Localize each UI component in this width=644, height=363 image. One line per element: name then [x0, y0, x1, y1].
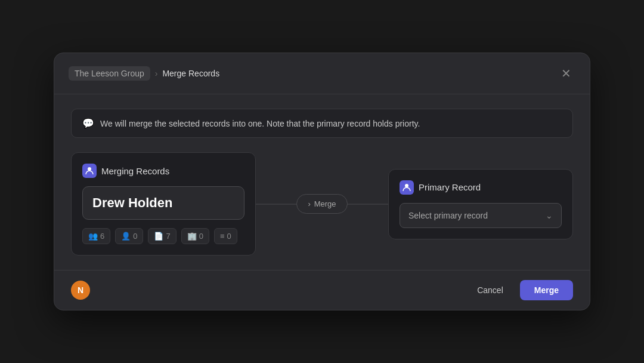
merge-connector: › Merge [256, 194, 388, 214]
primary-panel-title: Primary Record [419, 182, 481, 192]
primary-panel-icon [400, 180, 414, 195]
contacts-icon: 👤 [121, 232, 131, 241]
stat-notes: ≡ 0 [214, 228, 237, 244]
chevron-down-icon: ⌄ [546, 211, 553, 220]
avatar: N [71, 281, 90, 300]
record-name: Drew Holden [92, 195, 234, 211]
merge-chevron-icon: › [308, 199, 310, 208]
merging-panel-header: Merging Records [82, 164, 244, 178]
info-banner-text: We will merge the selected records into … [100, 119, 420, 128]
merge-center-label: Merge [314, 199, 336, 208]
modal-header: The Leeson Group › Merge Records ✕ [54, 53, 590, 94]
info-banner: 💬 We will merge the selected records int… [71, 109, 573, 138]
svg-point-0 [88, 167, 91, 171]
breadcrumb-parent[interactable]: The Leeson Group [69, 66, 150, 81]
stat-contacts: 👤 0 [115, 228, 143, 244]
breadcrumb: The Leeson Group › Merge Records [69, 66, 219, 81]
svg-point-1 [405, 184, 408, 187]
footer-actions: Cancel Merge [466, 280, 573, 300]
record-name-box: Drew Holden [82, 186, 244, 220]
stat-buildings: 🏢 0 [181, 228, 209, 244]
breadcrumb-separator: › [155, 69, 158, 78]
files-icon: 📄 [154, 232, 163, 241]
merge-records-modal: The Leeson Group › Merge Records ✕ 💬 We … [54, 53, 590, 310]
primary-panel-header: Primary Record [400, 180, 562, 195]
cancel-button[interactable]: Cancel [466, 280, 514, 300]
stat-contacts-value: 0 [133, 232, 137, 241]
merging-panel-title: Merging Records [101, 166, 169, 176]
info-icon: 💬 [82, 118, 94, 129]
close-button[interactable]: ✕ [556, 64, 575, 83]
modal-footer: N Cancel Merge [54, 270, 590, 310]
merge-center-button[interactable]: › Merge [296, 194, 347, 214]
primary-record-panel: Primary Record Select primary record ⌄ [388, 169, 573, 239]
stat-buildings-value: 0 [199, 232, 203, 241]
breadcrumb-current: Merge Records [162, 69, 219, 78]
stat-notes-value: 0 [227, 232, 231, 241]
members-icon: 👥 [88, 232, 98, 241]
merging-panel-icon [82, 164, 97, 178]
stat-files: 📄 7 [148, 228, 176, 244]
stat-files-value: 7 [166, 232, 170, 241]
record-stats: 👥 6 👤 0 📄 7 🏢 0 [82, 228, 244, 244]
buildings-icon: 🏢 [187, 232, 197, 241]
merge-button[interactable]: Merge [520, 280, 573, 300]
stat-members: 👥 6 [82, 228, 110, 244]
merge-area: Merging Records Drew Holden 👥 6 👤 0 [71, 152, 573, 256]
primary-record-select[interactable]: Select primary record ⌄ [400, 203, 562, 228]
select-placeholder: Select primary record [408, 211, 488, 220]
stat-members-value: 6 [100, 232, 104, 241]
modal-body: 💬 We will merge the selected records int… [54, 94, 590, 270]
notes-icon: ≡ [220, 232, 225, 241]
merging-records-panel: Merging Records Drew Holden 👥 6 👤 0 [71, 152, 256, 256]
